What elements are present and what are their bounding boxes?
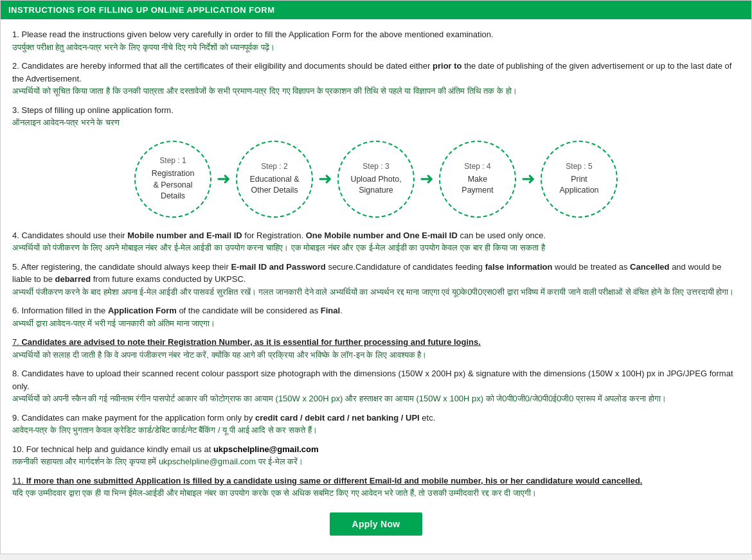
instruction-8: 8. Candidates have to upload their scann…	[12, 367, 740, 405]
instruction-10-en: 10. For technical help and guidance kind…	[12, 444, 319, 454]
instruction-1-hi: उपर्युक्त परीक्षा हेतु आवेदन-पत्र भरने क…	[12, 42, 275, 52]
page-header: INSTRUCTIONS FOR FILLING UP ONLINE APPLI…	[1, 1, 751, 19]
step-4-label: Step : 4	[464, 161, 490, 172]
step-2-circle: Step : 2 Educational &Other Details	[236, 141, 313, 218]
instruction-5-en: 5. After registering, the candidate shou…	[12, 262, 721, 284]
header-title: INSTRUCTIONS FOR FILLING UP ONLINE APPLI…	[8, 5, 275, 15]
step-5-title: PrintApplication	[559, 174, 598, 197]
instruction-4-en: 4. Candidates should use their Mobile nu…	[12, 231, 546, 240]
step-5-circle: Step : 5 PrintApplication	[541, 141, 618, 218]
instruction-1: 1. Please read the instructions given be…	[12, 28, 740, 53]
content-area: 1. Please read the instructions given be…	[1, 19, 751, 554]
instruction-10-hi: तकनीकी सहायता और मार्गदर्शन के लिए कृपया…	[12, 457, 303, 466]
instruction-9: 9. Candidates can make payment for the a…	[12, 412, 740, 437]
instruction-9-en: 9. Candidates can make payment for the a…	[12, 413, 435, 423]
instruction-11-hi: यदि एक उम्मीदवार द्वारा एक ही या भिन्न ई…	[12, 488, 537, 498]
instruction-8-hi: अभ्यर्थियों को अपनी स्कैन की गई नवीनतम र…	[12, 394, 667, 403]
step-3-circle: Step : 3 Upload Photo,Signature	[337, 141, 415, 218]
instruction-1-en: 1. Please read the instructions given be…	[12, 30, 494, 39]
instruction-6-en: 6. Information filled in the Application…	[12, 306, 343, 315]
instruction-2-hi: अभ्यर्थियों को सूचित किया जाता है कि उनक…	[12, 86, 517, 96]
arrow-3: ➜	[420, 169, 434, 189]
instruction-4: 4. Candidates should use their Mobile nu…	[12, 229, 740, 254]
page-container: INSTRUCTIONS FOR FILLING UP ONLINE APPLI…	[0, 0, 752, 554]
instruction-11-en: 11. If more than one submitted Applicati…	[12, 476, 642, 486]
apply-button-container: Apply Now	[12, 512, 740, 536]
step-4-circle: Step : 4 MakePayment	[439, 141, 516, 218]
arrow-4: ➜	[521, 169, 535, 189]
step-2-title: Educational &Other Details	[249, 174, 299, 197]
instruction-11: 11. If more than one submitted Applicati…	[12, 475, 740, 500]
step-3-label: Step : 3	[363, 161, 389, 172]
instruction-7: 7. Candidates are advised to note their …	[12, 336, 740, 361]
instruction-3-hi: ऑनलाइन आवेदन-पत्र भरने के चरण	[12, 118, 120, 127]
instruction-5: 5. After registering, the candidate shou…	[12, 261, 740, 299]
step-3-title: Upload Photo,Signature	[350, 174, 401, 197]
step-2-label: Step : 2	[261, 161, 287, 172]
instruction-7-hi: अभ्यर्थियों को सलाह दी जाती है कि वे अपन…	[12, 350, 427, 360]
step-1-circle: Step : 1 Registration& PersonalDetails	[134, 141, 211, 218]
instruction-3: 3. Steps of filling up online applicatio…	[12, 104, 740, 129]
instruction-3-en: 3. Steps of filling up online applicatio…	[12, 105, 174, 115]
step-1-title: Registration& PersonalDetails	[152, 168, 195, 202]
steps-diagram: Step : 1 Registration& PersonalDetails ➜…	[12, 141, 740, 218]
arrow-2: ➜	[318, 169, 332, 189]
apply-now-button[interactable]: Apply Now	[330, 512, 422, 536]
instruction-2: 2. Candidates are hereby informed that a…	[12, 60, 740, 98]
step-1-label: Step : 1	[159, 155, 186, 166]
instruction-6-hi: अभ्यर्थी द्वारा आवेदन-पत्र में भरी गई जा…	[12, 319, 215, 328]
instruction-4-hi: अभ्यर्थियों को पंजीकरण के लिए अपने मोबाइ…	[12, 243, 545, 252]
step-4-title: MakePayment	[461, 174, 493, 197]
instruction-5-hi: अभ्यर्थी पंजीकरण करने के बाद हमेशा अपना …	[12, 287, 735, 297]
instruction-6: 6. Information filled in the Application…	[12, 304, 740, 329]
instruction-9-hi: आवेदन-पत्र के लिए भुगतान केवल क्रेडिट का…	[12, 425, 318, 435]
arrow-1: ➜	[217, 169, 231, 189]
step-5-label: Step : 5	[566, 161, 592, 172]
instruction-2-en: 2. Candidates are hereby informed that a…	[12, 61, 731, 83]
instruction-10: 10. For technical help and guidance kind…	[12, 443, 740, 468]
instruction-7-en: 7. Candidates are advised to note their …	[12, 337, 481, 347]
instruction-8-en: 8. Candidates have to upload their scann…	[12, 369, 733, 391]
